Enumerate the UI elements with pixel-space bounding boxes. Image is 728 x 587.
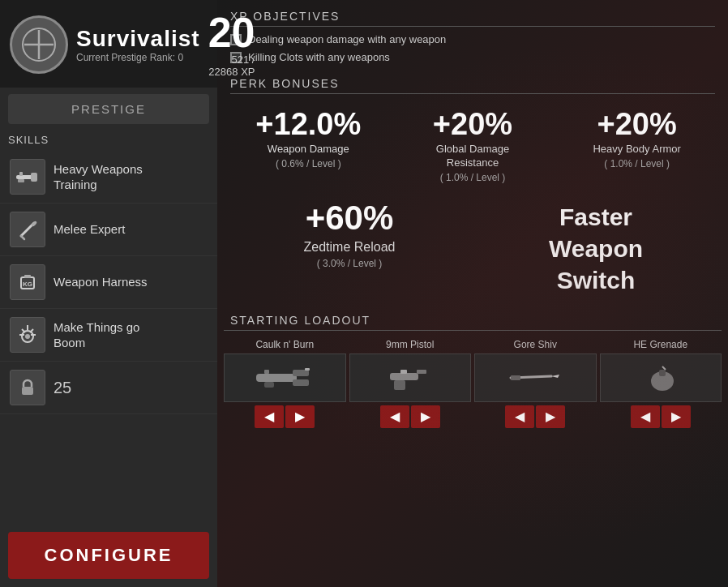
profile-section: Survivalist Current Prestige Rank: 0 20 … [0,0,217,88]
skill-name-melee-expert: Melee Expert [54,221,125,238]
svg-point-19 [25,334,30,339]
svg-rect-22 [293,370,309,376]
loadout-items: Caulk n' Burn ◀ ▶ [224,339,722,428]
skill-item-heavy-weapons[interactable]: Heavy WeaponsTraining [0,151,217,204]
skill-item-weapon-harness[interactable]: KG Weapon Harness [0,256,217,309]
perk-rate-body-armor: ( 1.0% / Level ) [562,158,712,169]
loadout-nav-he-grenade: ◀ ▶ [600,405,722,428]
xp-objectives-title: XP OBJECTIVES [230,10,715,27]
loadout-item-he-grenade: HE Grenade ◀ ▶ [600,339,722,428]
perk-card-weapon-damage: +12.0% Weapon Damage ( 0.6% / Level ) [230,104,387,188]
perk-card-zedtime-reload: +60% Zedtime Reload ( 3.0% / Level ) [230,196,469,301]
skill-name-weapon-harness: Weapon Harness [54,274,148,290]
svg-rect-35 [659,370,666,376]
perk-value-damage-resistance: +20% [398,109,548,139]
loadout-nav-9mm-pistol: ◀ ▶ [349,405,472,428]
loadout-prev-9mm-pistol[interactable]: ◀ [380,405,409,428]
svg-text:KG: KG [23,281,32,288]
perk-name-damage-resistance: Global DamageResistance [398,143,548,170]
profile-icon [10,15,68,74]
xp-obj-item-1: Dealing weapon damage with any weapon [230,33,715,47]
xp-obj-text-1: Dealing weapon damage with any weapon [248,33,446,47]
perk-value-body-armor: +20% [562,109,712,139]
perk-grid-bottom: +60% Zedtime Reload ( 3.0% / Level ) Fas… [230,196,715,301]
skill-item-make-things-boom[interactable]: Make Things goBoom [0,309,217,362]
perk-bonuses-title: PERK BONUSES [230,77,715,94]
loadout-next-9mm-pistol[interactable]: ▶ [411,405,440,428]
perk-card-weapon-switch: FasterWeaponSwitch [477,196,715,301]
profile-xp: 521 / 22868 XP [208,54,255,78]
svg-rect-28 [394,380,405,390]
loadout-img-caulk-burn [224,353,346,402]
loadout-prev-caulk-burn[interactable]: ◀ [255,405,284,428]
loadout-nav-gore-shiv: ◀ ▶ [474,405,597,428]
perk-value-zedtime: +60% [233,201,465,235]
skill-item-melee-expert[interactable]: Melee Expert [0,204,217,256]
loadout-item-gore-shiv: Gore Shiv ◀ ▶ [474,339,597,428]
skill-name-heavy-weapons: Heavy WeaponsTraining [54,161,143,193]
skill-list: Heavy WeaponsTraining Melee Expert KG [0,151,217,525]
perk-value-weapon-damage: +12.0% [233,109,383,139]
perk-rate-weapon-damage: ( 0.6% / Level ) [233,158,383,169]
prestige-button[interactable]: PRESTIGE [8,94,209,124]
loadout-name-caulk-burn: Caulk n' Burn [255,339,314,350]
lock-icon [10,370,45,405]
perk-card-body-armor: +20% Heavy Body Armor ( 1.0% / Level ) [559,104,715,188]
heavy-weapons-icon [10,159,45,195]
perk-value-weapon-switch: FasterWeaponSwitch [480,201,712,296]
weapon-harness-icon: KG [10,264,45,300]
svg-rect-30 [400,370,407,374]
svg-rect-23 [293,379,309,386]
sidebar: Survivalist Current Prestige Rank: 0 20 … [0,0,217,587]
loadout-nav-caulk-burn: ◀ ▶ [224,405,346,428]
svg-rect-24 [264,370,269,374]
loadout-item-caulk-burn: Caulk n' Burn ◀ ▶ [224,339,346,428]
svg-rect-6 [18,179,24,182]
profile-rank: Current Prestige Rank: 0 [76,52,200,63]
lock-level: 25 [54,379,71,397]
perk-rate-damage-resistance: ( 1.0% / Level ) [398,172,548,183]
skills-section-label: SKILLS [0,131,217,151]
svg-rect-5 [19,172,23,176]
loadout-title: STARTING LOADOUT [224,314,722,331]
perk-bonuses-section: PERK BONUSES +12.0% Weapon Damage ( 0.6%… [217,77,728,301]
perk-name-body-armor: Heavy Body Armor [562,143,712,156]
make-things-boom-icon [10,317,45,353]
xp-obj-text-2: Killing Clots with any weapons [248,51,390,65]
loadout-name-9mm-pistol: 9mm Pistol [386,339,434,350]
svg-rect-29 [417,370,426,374]
profile-level: 20 [208,11,255,54]
loadout-img-9mm-pistol [349,353,472,402]
svg-rect-25 [264,382,274,388]
svg-rect-27 [390,373,418,380]
skill-name-make-things-boom: Make Things goBoom [54,319,139,351]
loadout-prev-he-grenade[interactable]: ◀ [631,405,660,428]
svg-rect-21 [256,374,297,382]
svg-line-8 [21,236,24,239]
loadout-section: STARTING LOADOUT Caulk n' Burn [217,314,728,428]
loadout-prev-gore-shiv[interactable]: ◀ [505,405,534,428]
svg-line-36 [662,366,666,370]
perk-grid-top: +12.0% Weapon Damage ( 0.6% / Level ) +2… [230,104,715,188]
profile-name: Survivalist [76,26,200,52]
svg-marker-32 [551,375,559,378]
main-container: Survivalist Current Prestige Rank: 0 20 … [0,0,728,587]
svg-rect-33 [511,375,520,380]
configure-button[interactable]: CONFIGURE [8,532,209,579]
loadout-img-gore-shiv [474,353,597,402]
loadout-name-he-grenade: HE Grenade [633,339,687,350]
profile-info: Survivalist Current Prestige Rank: 0 [76,26,200,63]
loadout-next-he-grenade[interactable]: ▶ [662,405,691,428]
perk-name-weapon-damage: Weapon Damage [233,143,383,156]
skill-lock-item: 25 [0,362,217,414]
xp-objectives-section: XP OBJECTIVES Dealing weapon damage with… [217,0,728,77]
xp-obj-item-2: Killing Clots with any weapons [230,51,715,65]
loadout-name-gore-shiv: Gore Shiv [514,339,557,350]
loadout-next-gore-shiv[interactable]: ▶ [536,405,565,428]
svg-rect-26 [305,368,310,371]
loadout-next-caulk-burn[interactable]: ▶ [285,405,315,428]
melee-expert-icon [10,212,45,247]
main-content: XP OBJECTIVES Dealing weapon damage with… [217,0,728,587]
perk-name-zedtime: Zedtime Reload [233,238,465,256]
svg-rect-4 [31,173,37,182]
